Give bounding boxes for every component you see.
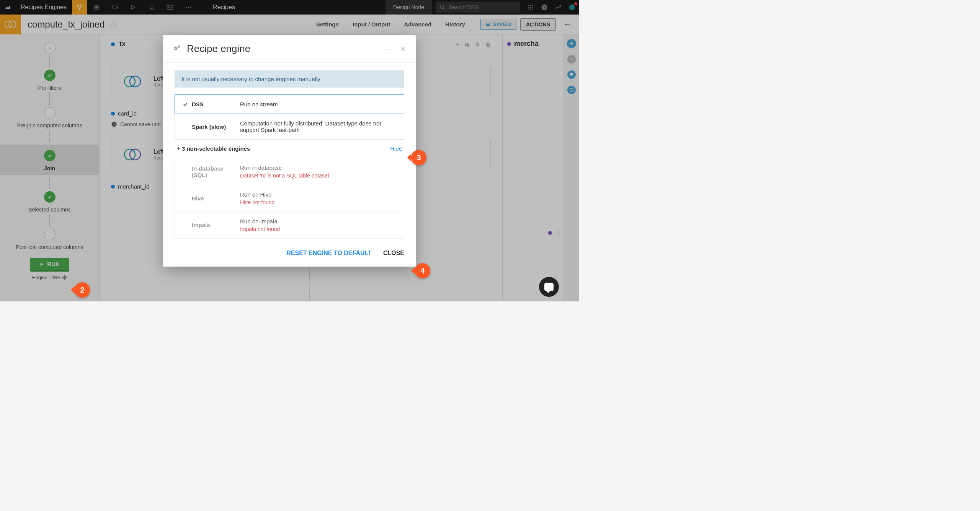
engine-desc: Run in database [240, 164, 396, 171]
engine-desc: Computation not fully distributed: Datas… [240, 120, 396, 133]
engine-name: In-database (SQL) [192, 165, 240, 178]
engine-row-impala: Impala Run on Impala Impala not found [175, 212, 404, 239]
modal-body: It is not usually necessary to change en… [163, 63, 416, 242]
minimize-icon[interactable]: — [385, 45, 392, 53]
intercom-chat-icon[interactable] [539, 277, 559, 297]
engine-name: Hive [192, 195, 204, 202]
close-icon[interactable]: ✕ [400, 45, 406, 53]
callout-bubble-2: 2 [75, 282, 90, 298]
info-banner: It is not usually necessary to change en… [175, 70, 404, 88]
engine-row-spark[interactable]: Spark (slow) Computation not fully distr… [175, 114, 404, 140]
reset-engine-button[interactable]: RESET ENGINE TO DEFAULT [286, 250, 372, 257]
engine-desc: Run on stream [240, 101, 396, 107]
non-selectable-label: + 3 non-selectable engines [177, 145, 250, 152]
modal-header: Recipe engine — ✕ [163, 35, 416, 63]
engine-err: Dataset 'tx' is not a SQL table dataset [240, 173, 396, 179]
callout-bubble-3: 3 [411, 150, 426, 165]
gears-icon [173, 44, 181, 53]
engine-name: Impala [192, 222, 210, 228]
modal-footer: RESET ENGINE TO DEFAULT CLOSE [163, 242, 416, 267]
callout-bubble-4: 4 [415, 263, 430, 278]
close-button[interactable]: CLOSE [383, 250, 404, 257]
engine-row-hive: Hive Run on Hive Hive not found [175, 185, 404, 212]
engine-row-dss[interactable]: DSS Run on stream [175, 94, 404, 114]
engine-desc: Run on Impala [240, 218, 396, 225]
recipe-engine-modal: Recipe engine — ✕ It is not usually nece… [163, 35, 416, 267]
callout-3: 3 [411, 150, 426, 165]
engine-desc: Run on Hive [240, 191, 396, 198]
engine-err: Hive not found [240, 199, 396, 205]
check-icon [183, 102, 188, 107]
svg-point-35 [179, 46, 180, 47]
callout-2: 2 [75, 282, 90, 298]
engine-name: DSS [192, 101, 204, 107]
engine-row-sql: In-database (SQL) Run in database Datase… [175, 158, 404, 185]
svg-point-33 [175, 48, 176, 49]
engine-name: Spark (slow) [192, 124, 226, 130]
engine-err: Impala not found [240, 226, 396, 232]
non-selectable-row: + 3 non-selectable engines Hide [175, 139, 404, 158]
hide-link[interactable]: Hide [390, 145, 402, 152]
callout-4: 4 [415, 263, 430, 278]
modal-title: Recipe engine [187, 43, 250, 55]
